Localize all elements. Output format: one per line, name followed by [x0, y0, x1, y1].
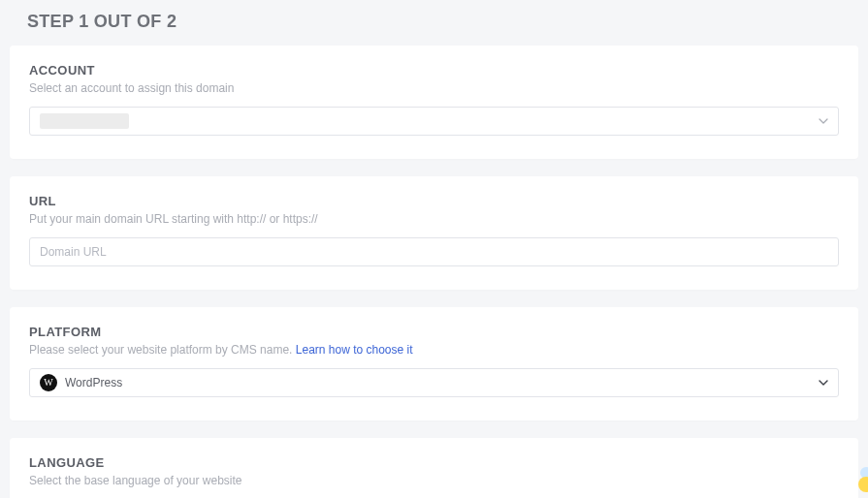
chevron-down-icon [819, 116, 828, 126]
language-label: LANGUAGE [29, 455, 839, 470]
platform-help: Please select your website platform by C… [29, 343, 839, 357]
platform-select[interactable]: W WordPress [29, 368, 839, 397]
url-input-wrap[interactable] [29, 237, 839, 266]
platform-selected: WordPress [65, 376, 122, 389]
step-title: STEP 1 OUT OF 2 [10, 0, 858, 46]
language-card: LANGUAGE Select the base language of you… [10, 438, 858, 498]
platform-help-text: Please select your website platform by C… [29, 343, 296, 357]
account-select[interactable] [29, 107, 839, 136]
url-help: Put your main domain URL starting with h… [29, 212, 839, 226]
account-card: ACCOUNT Select an account to assign this… [10, 46, 858, 159]
url-label: URL [29, 194, 839, 208]
wordpress-icon: W [40, 374, 57, 391]
url-card: URL Put your main domain URL starting wi… [10, 176, 858, 290]
account-selected-redacted [40, 113, 129, 129]
platform-card: PLATFORM Please select your website plat… [10, 307, 858, 420]
chevron-down-icon [819, 378, 828, 388]
account-help: Select an account to assign this domain [29, 81, 839, 95]
account-label: ACCOUNT [29, 63, 839, 78]
url-input[interactable] [40, 245, 828, 259]
language-help: Select the base language of your website [29, 474, 839, 487]
platform-label: PLATFORM [29, 325, 839, 339]
platform-help-link[interactable]: Learn how to choose it [296, 343, 413, 357]
